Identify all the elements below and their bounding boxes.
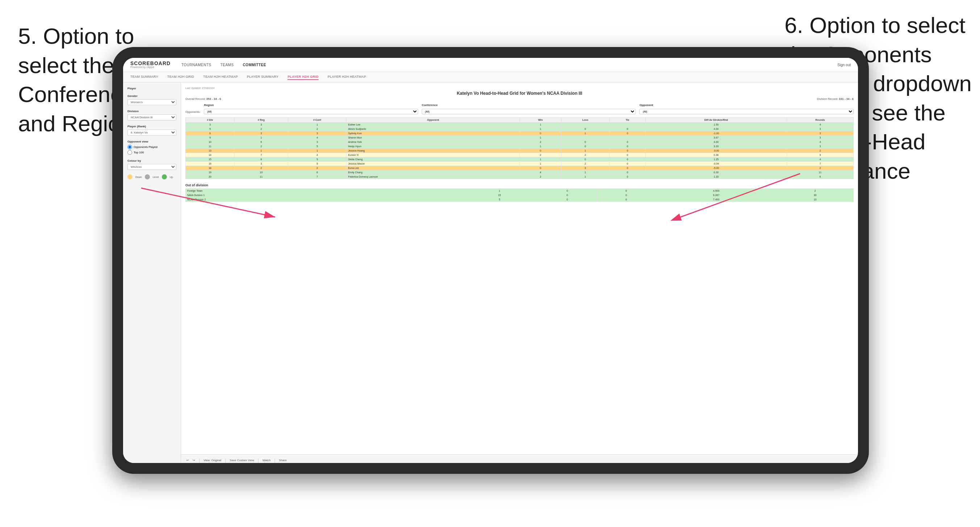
- region-filter-header: Region: [204, 103, 418, 107]
- opponent-filter-group: Opponent (All): [640, 103, 854, 114]
- sub-nav-player-h2h-grid[interactable]: PLAYER H2H GRID: [288, 74, 318, 80]
- legend-down-label: Down: [135, 176, 142, 178]
- sidebar-opponent-view-label: Opponent view: [127, 140, 176, 143]
- radio-opponents-label: Opponents Played: [134, 145, 158, 149]
- logo: SCOREBOARD Powered by clippd: [130, 61, 170, 69]
- col-conf: # Conf: [288, 117, 347, 122]
- sidebar-gender-section: Gender Women's: [127, 94, 176, 105]
- radio-top100-label: Top 100: [134, 151, 144, 154]
- sub-nav: TEAM SUMMARY TEAM H2H GRID TEAM H2H HEAT…: [123, 72, 858, 83]
- nav-teams[interactable]: TEAMS: [221, 63, 234, 67]
- col-div: # Div: [186, 117, 235, 122]
- conference-filter-header: Conference: [422, 103, 636, 107]
- sidebar-player-rank-select[interactable]: 8. Katelyn Vo: [127, 130, 176, 136]
- sign-out-link[interactable]: Sign out: [837, 63, 851, 67]
- legend-down: [127, 175, 132, 179]
- sidebar-division-select[interactable]: NCAA Division III: [127, 114, 176, 121]
- out-of-division-table: Foreign Team1004.5002NAIA Division 11500…: [185, 189, 854, 202]
- table-row: 522Alexis Sudjianto1004.003: [186, 127, 854, 131]
- legend-up-label: Up: [170, 176, 173, 178]
- col-opponent: Opponent: [347, 117, 520, 122]
- table-row: 1635Jessica Mason120-0.947: [186, 162, 854, 166]
- sidebar-colour-label: Colour by: [127, 159, 176, 162]
- col-diff: Diff Av Strokes/Rnd: [646, 117, 787, 122]
- panel-title: Katelyn Vo Head-to-Head Grid for Women's…: [185, 91, 854, 96]
- col-rounds: Rounds: [787, 117, 853, 122]
- sidebar-radio-opponents[interactable]: Opponents Played: [127, 145, 176, 149]
- sidebar-player-rank-section: Player (Rank) 8. Katelyn Vo: [127, 125, 176, 136]
- col-win: Win: [520, 117, 561, 122]
- table-row: 1585Stella Cheng1001.254: [186, 157, 854, 162]
- radio-top100[interactable]: [127, 150, 132, 155]
- undo-btn[interactable]: ↩: [186, 459, 189, 462]
- table-row: 19106Emily Chang4100.3011: [186, 170, 854, 175]
- region-filter-group: Region (All): [204, 103, 418, 114]
- table-row: 1822Euna Lee030-5.002: [186, 166, 854, 170]
- legend-level-label: Level: [153, 176, 159, 178]
- table-row: 331Esther Lee11.504: [186, 122, 854, 127]
- sidebar-player-section: Player: [127, 87, 176, 90]
- table-row: 1474Eunice Yi2200.389: [186, 153, 854, 157]
- main-content: Player Gender Women's Division NCAA Divi…: [123, 83, 858, 463]
- nav-links: TOURNAMENTS TEAMS COMMITTEE: [181, 63, 827, 67]
- sidebar-player-rank-label: Player (Rank): [127, 125, 176, 128]
- share-btn[interactable]: Share: [279, 459, 287, 462]
- table-row: 1311Jessica Huang010-3.002: [186, 149, 854, 153]
- logo-sub: Powered by clippd: [130, 66, 170, 69]
- data-table: # Div # Reg # Conf Opponent Win Loss Tie…: [185, 117, 854, 179]
- table-row: 1125Heejo Hyun1003.333: [186, 144, 854, 149]
- panel-header: Last Updated: 27/03/2024 Katelyn Vo Head…: [185, 87, 854, 100]
- sidebar-division-section: Division NCAA Division III: [127, 110, 176, 121]
- nav-bar: SCOREBOARD Powered by clippd TOURNAMENTS…: [123, 58, 858, 72]
- records-row: Overall Record: 353 - 34 - 6 Division Re…: [185, 97, 854, 100]
- sub-nav-team-h2h-heatmap[interactable]: TEAM H2H HEATMAP: [203, 74, 238, 80]
- conference-filter-group: Conference (All): [422, 103, 636, 114]
- out-table-row: NAIA Division 115009.26730: [186, 193, 854, 197]
- division-record-label: Division Record: 331 - 34 - 6: [817, 97, 854, 100]
- watch-btn[interactable]: Watch: [262, 459, 270, 462]
- region-filter-select[interactable]: (All): [204, 109, 418, 114]
- table-row: 914Sharon Mun13.673: [186, 136, 854, 140]
- sidebar-colour-section: Colour by Win/loss: [127, 159, 176, 170]
- conference-filter-select[interactable]: (All): [422, 109, 636, 114]
- table-row: 1063Andrea York2004.004: [186, 140, 854, 144]
- col-tie: Tie: [609, 117, 646, 122]
- page-container: 5. Option to select the Conference and R…: [0, 0, 980, 527]
- sidebar-colour-select[interactable]: Win/loss: [127, 164, 176, 170]
- table-row: 633Sydney Kuo010-1.003: [186, 131, 854, 136]
- opponents-label: Opponents:: [185, 110, 200, 114]
- save-custom-btn[interactable]: Save Custom View: [229, 459, 254, 462]
- nav-right: Sign out: [837, 63, 851, 67]
- nav-committee[interactable]: COMMITTEE: [243, 63, 266, 67]
- legend-up: [162, 175, 167, 179]
- tablet: SCOREBOARD Powered by clippd TOURNAMENTS…: [112, 47, 869, 474]
- overall-record-label: Overall Record: 353 - 34 - 6: [185, 97, 221, 100]
- view-original-btn[interactable]: View: Original: [204, 459, 221, 462]
- tablet-screen: SCOREBOARD Powered by clippd TOURNAMENTS…: [123, 58, 858, 463]
- out-of-division-label: Out of division: [185, 183, 854, 187]
- bottom-toolbar: ↩ ↪ | View: Original | Save Custom View …: [181, 454, 858, 463]
- sidebar-radio-top100[interactable]: Top 100: [127, 150, 176, 155]
- col-reg: # Reg: [235, 117, 288, 122]
- sub-nav-team-summary[interactable]: TEAM SUMMARY: [130, 74, 158, 80]
- sidebar-division-label: Division: [127, 110, 176, 113]
- radio-opponents-played[interactable]: [127, 145, 132, 149]
- main-panel: Last Updated: 27/03/2024 Katelyn Vo Head…: [181, 83, 858, 463]
- legend-row: Down Level Up: [127, 175, 176, 179]
- opponent-filter-select[interactable]: (All): [640, 109, 854, 114]
- sub-nav-player-summary[interactable]: PLAYER SUMMARY: [247, 74, 278, 80]
- sidebar-gender-select[interactable]: Women's: [127, 99, 176, 105]
- sub-nav-team-h2h-grid[interactable]: TEAM H2H GRID: [167, 74, 194, 80]
- nav-tournaments[interactable]: TOURNAMENTS: [181, 63, 212, 67]
- table-row: 20117Federica Domecq Lacroze2101.336: [186, 175, 854, 179]
- sidebar-player-label: Player: [127, 87, 176, 90]
- sidebar-opponent-view-section: Opponent view Opponents Played Top 100: [127, 140, 176, 155]
- col-loss: Loss: [561, 117, 609, 122]
- sidebar-gender-label: Gender: [127, 94, 176, 98]
- opponent-filter-header: Opponent: [640, 103, 854, 107]
- out-table-row: NCAA Division 25007.40010: [186, 197, 854, 202]
- sub-nav-player-h2h-heatmap[interactable]: PLAYER H2H HEATMAP: [328, 74, 366, 80]
- filter-row: Opponents: Region (All) Conference (All): [185, 103, 854, 114]
- last-updated: Last Updated: 27/03/2024: [185, 87, 854, 89]
- redo-btn[interactable]: ↪: [192, 459, 195, 462]
